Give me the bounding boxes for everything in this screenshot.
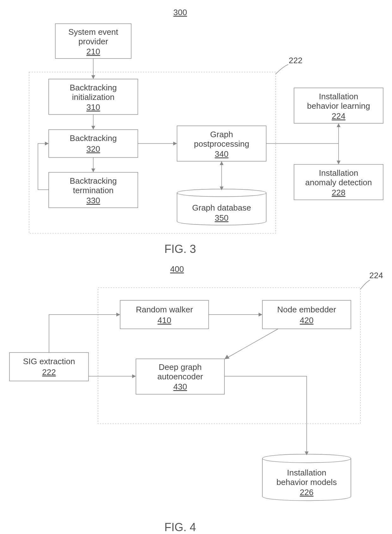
leader-222 (276, 64, 288, 74)
box-bt-init: Backtracking initialization 310 (49, 79, 138, 114)
svg-text:behavior learning: behavior learning (307, 101, 370, 111)
box-random-walker: Random walker 410 (120, 300, 209, 329)
group-224-label: 224 (369, 271, 383, 280)
svg-text:SIG extraction: SIG extraction (23, 357, 75, 366)
svg-text:310: 310 (86, 102, 100, 112)
svg-text:termination: termination (73, 186, 114, 195)
svg-text:Backtracking: Backtracking (70, 83, 117, 92)
svg-text:320: 320 (86, 144, 100, 154)
svg-marker-31 (91, 126, 95, 130)
box-inst-learn: Installation behavior learning 224 (294, 88, 383, 123)
svg-text:222: 222 (42, 367, 56, 377)
svg-text:Installation: Installation (287, 468, 326, 477)
box-graph-post: Graph postprocessing 340 (177, 126, 266, 161)
svg-text:410: 410 (157, 316, 171, 325)
fig3-number: 300 (173, 8, 187, 17)
svg-text:330: 330 (86, 196, 100, 205)
svg-text:224: 224 (332, 111, 345, 121)
box-deep-graph-autoencoder: Deep graph autoencoder 430 (136, 359, 224, 394)
svg-text:anomaly detection: anomaly detection (305, 178, 372, 187)
svg-text:System event: System event (68, 27, 118, 37)
fig3-caption: FIG. 3 (164, 242, 196, 255)
box-inst-anom: Installation anomaly detection 228 (294, 164, 383, 200)
fig4-number: 400 (170, 264, 184, 274)
svg-text:initialization: initialization (72, 92, 114, 102)
box-bt: Backtracking 320 (49, 130, 138, 157)
svg-marker-42 (337, 123, 340, 127)
group-222-label: 222 (289, 56, 302, 65)
box-sig-extraction: SIG extraction 222 (9, 353, 89, 381)
svg-marker-39 (220, 161, 224, 165)
box-sys-event-provider: System event provider 210 (55, 24, 131, 58)
svg-marker-36 (173, 142, 177, 145)
svg-text:behavior models: behavior models (277, 477, 337, 487)
svg-text:Backtracking: Backtracking (70, 133, 117, 143)
svg-text:Installation: Installation (319, 168, 358, 178)
svg-text:Deep graph: Deep graph (159, 362, 202, 372)
box-node-embedder: Node embedder 420 (262, 300, 351, 329)
svg-text:430: 430 (173, 382, 187, 391)
svg-marker-33 (91, 169, 95, 172)
svg-text:340: 340 (215, 149, 228, 159)
svg-text:provider: provider (78, 37, 108, 46)
svg-text:210: 210 (86, 47, 100, 56)
svg-marker-63 (132, 374, 136, 378)
svg-text:420: 420 (300, 316, 313, 325)
svg-marker-61 (116, 313, 120, 316)
box-bt-term: Backtracking termination 330 (49, 172, 138, 208)
svg-marker-65 (259, 313, 262, 316)
svg-text:Graph: Graph (210, 130, 233, 139)
fig4-caption: FIG. 4 (164, 521, 196, 534)
svg-text:Backtracking: Backtracking (70, 176, 117, 186)
svg-text:228: 228 (332, 188, 345, 197)
svg-marker-29 (91, 75, 95, 79)
svg-text:226: 226 (300, 488, 313, 497)
svg-line-66 (227, 329, 278, 358)
diagram-canvas: 300 System event provider 210 222 Backtr… (0, 0, 392, 534)
svg-text:Installation: Installation (319, 92, 358, 101)
svg-text:Random walker: Random walker (136, 305, 193, 314)
svg-marker-44 (337, 161, 340, 164)
db-graph-database: Graph database 350 (177, 189, 266, 225)
svg-text:postprocessing: postprocessing (194, 139, 249, 149)
svg-marker-34 (45, 142, 49, 145)
svg-text:autoencoder: autoencoder (157, 372, 203, 381)
svg-text:Graph database: Graph database (192, 203, 251, 212)
svg-text:350: 350 (215, 213, 228, 223)
svg-text:Node embedder: Node embedder (277, 305, 336, 314)
db-installation-behavior-models: Installation behavior models 226 (262, 454, 351, 501)
